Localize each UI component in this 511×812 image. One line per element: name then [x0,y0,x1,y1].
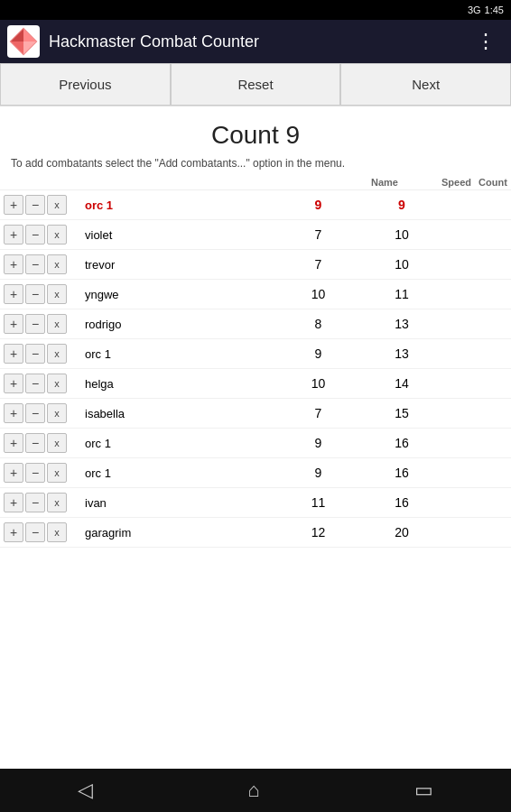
navigation-bar: Previous Reset Next [0,63,511,106]
increment-button[interactable]: + [4,344,23,364]
instruction-text: To add combatants select the "Add combat… [0,157,511,170]
combatant-count: 11 [366,280,438,309]
remove-button[interactable]: x [47,493,67,512]
combatant-speed: 9 [271,429,366,458]
combatant-speed: 7 [271,220,366,250]
increment-button[interactable]: + [4,493,23,512]
combatant-count: 9 [366,190,438,220]
decrement-button[interactable]: − [25,403,45,423]
home-button[interactable]: ⌂ [229,771,277,809]
next-button[interactable]: Next [340,63,511,106]
table-row: +−xorc 1916 [0,458,511,488]
decrement-button[interactable]: − [25,344,45,364]
remove-button[interactable]: x [47,374,67,393]
combatant-name: violet [81,220,271,250]
decrement-button[interactable]: − [25,314,45,334]
combatant-count: 16 [366,429,438,458]
increment-button[interactable]: + [4,254,23,274]
increment-button[interactable]: + [4,225,23,245]
combatant-name: garagrim [81,518,271,548]
increment-button[interactable]: + [4,314,23,334]
table-row: +−xorc 1916 [0,429,511,458]
reset-button[interactable]: Reset [171,63,341,106]
recents-button[interactable]: ▭ [396,771,451,809]
combatant-count: 13 [366,309,438,339]
combatant-name: trevor [81,250,271,280]
remove-button[interactable]: x [47,403,67,423]
combatant-count: 16 [366,458,438,488]
combatant-name: orc 1 [81,190,271,220]
table-row: +−xtrevor710 [0,250,511,280]
col-header-speed: Speed [438,175,475,190]
decrement-button[interactable]: − [25,493,45,512]
increment-button[interactable]: + [4,433,23,453]
table-row: +−xyngwe1011 [0,280,511,309]
increment-button[interactable]: + [4,284,23,304]
app-icon [7,25,40,58]
increment-button[interactable]: + [4,522,23,542]
menu-button[interactable]: ⋮ [469,26,504,57]
combatant-count: 10 [366,220,438,250]
network-indicator: 3G [468,5,481,15]
decrement-button[interactable]: − [25,433,45,453]
table-row: +−xrodrigo813 [0,309,511,339]
col-header-count: Count [475,175,511,190]
combatant-speed: 11 [271,488,366,518]
decrement-button[interactable]: − [25,225,45,245]
decrement-button[interactable]: − [25,463,45,483]
combatant-name: helga [81,369,271,399]
remove-button[interactable]: x [47,314,67,334]
table-row: +−xhelga1014 [0,369,511,399]
combatant-name: rodrigo [81,309,271,339]
decrement-button[interactable]: − [25,522,45,542]
combatant-speed: 9 [271,458,366,488]
table-row: +−xgaragrim1220 [0,518,511,548]
combatant-speed: 9 [271,190,366,220]
remove-button[interactable]: x [47,284,67,304]
remove-button[interactable]: x [47,225,67,245]
remove-button[interactable]: x [47,433,67,453]
remove-button[interactable]: x [47,195,67,215]
combatant-count: 15 [366,399,438,429]
increment-button[interactable]: + [4,463,23,483]
back-button[interactable]: ◁ [60,771,111,809]
increment-button[interactable]: + [4,195,23,215]
decrement-button[interactable]: − [25,254,45,274]
table-row: +−xorc 1913 [0,339,511,369]
combatant-speed: 10 [271,280,366,309]
combatant-speed: 7 [271,250,366,280]
combatant-speed: 10 [271,369,366,399]
combatant-speed: 12 [271,518,366,548]
combatant-count: 13 [366,339,438,369]
combatant-name: orc 1 [81,339,271,369]
remove-button[interactable]: x [47,254,67,274]
combatant-speed: 8 [271,309,366,339]
increment-button[interactable]: + [4,374,23,393]
app-title: Hackmaster Combat Counter [49,32,460,51]
table-row: +−xivan1116 [0,488,511,518]
remove-button[interactable]: x [47,522,67,542]
combatant-count: 16 [366,488,438,518]
combatant-name: orc 1 [81,429,271,458]
combatant-count: 20 [366,518,438,548]
combatant-name: ivan [81,488,271,518]
combatant-speed: 9 [271,339,366,369]
remove-button[interactable]: x [47,344,67,364]
status-bar: 3G 1:45 [0,0,511,20]
table-row: +−xviolet710 [0,220,511,250]
combatant-speed: 7 [271,399,366,429]
decrement-button[interactable]: − [25,195,45,215]
combatant-count: 14 [366,369,438,399]
remove-button[interactable]: x [47,463,67,483]
bottom-navigation: ◁ ⌂ ▭ [0,769,511,812]
combatant-name: yngwe [81,280,271,309]
combatants-table: Name Speed Count +−xorc 199+−xviolet710+… [0,175,511,548]
count-heading: Count 9 [0,121,511,150]
combatant-count: 10 [366,250,438,280]
top-bar: Hackmaster Combat Counter ⋮ [0,20,511,63]
decrement-button[interactable]: − [25,374,45,393]
previous-button[interactable]: Previous [0,63,171,106]
increment-button[interactable]: + [4,403,23,423]
table-row: +−xisabella715 [0,399,511,429]
decrement-button[interactable]: − [25,284,45,304]
